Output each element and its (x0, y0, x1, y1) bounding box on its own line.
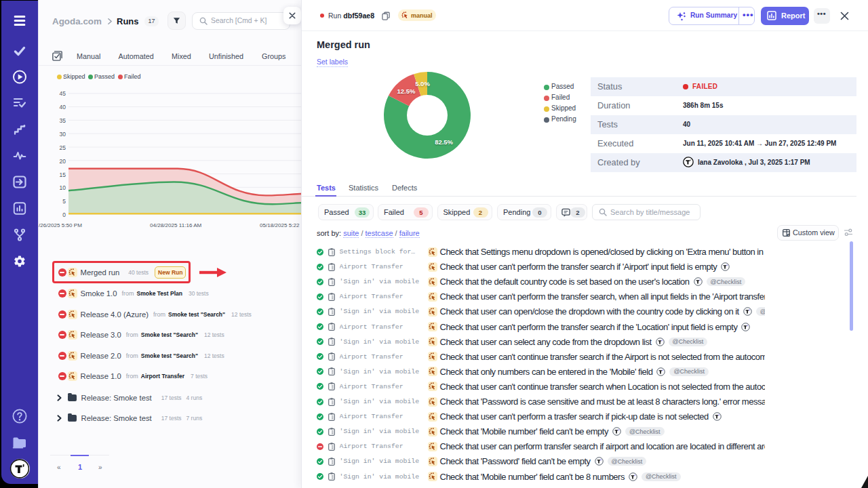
svg-text:20: 20 (60, 158, 66, 165)
svg-text:5: 5 (62, 198, 66, 205)
svg-text:15: 15 (60, 171, 66, 178)
svg-text:10: 10 (60, 184, 66, 191)
svg-text:82.5%: 82.5% (435, 138, 453, 146)
svg-text:12.5%: 12.5% (397, 87, 416, 95)
svg-text:0: 0 (62, 211, 66, 218)
svg-text:45: 45 (60, 90, 66, 97)
svg-text:25: 25 (60, 144, 66, 151)
svg-text:40: 40 (60, 104, 66, 110)
svg-text:30: 30 (60, 131, 66, 138)
svg-text:5.0%: 5.0% (415, 80, 430, 87)
svg-text:35: 35 (60, 117, 66, 124)
